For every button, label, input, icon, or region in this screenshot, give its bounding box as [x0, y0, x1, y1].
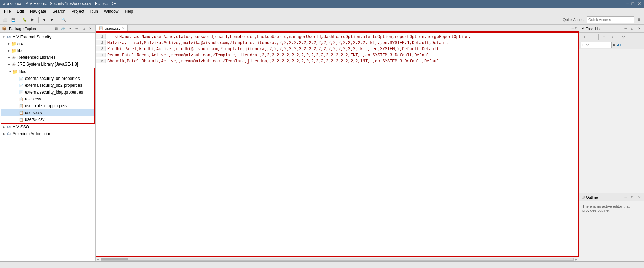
task-down[interactable]: ↓	[609, 33, 616, 41]
tree-file-urm[interactable]: 📋 user_role_mapping.csv	[1, 102, 94, 109]
pkg-min-btn[interactable]: ─	[74, 26, 80, 31]
toolbar-prev[interactable]: ◀	[40, 16, 48, 24]
line-content-3: Riddhi,Patel,Riddhi,Active,,riddhi@aivhu…	[107, 46, 439, 52]
code-line-2: 2 Malvika,Trisal,Malvika,Active,,malvika…	[96, 40, 578, 46]
maximize-button[interactable]: □	[632, 1, 634, 6]
package-explorer-header: 📦 Package Explorer ⊟ 🔗 ▾ ─ □ ✕	[0, 25, 95, 33]
task-filter[interactable]: ▽	[620, 33, 627, 41]
tree-jre[interactable]: ▶ ☕ JRE System Library [JavaSE-1.8]	[0, 61, 95, 68]
toolbar-sep-2	[38, 17, 39, 23]
code-editor[interactable]: 1 FirstName,lastName,userName,status,pas…	[96, 32, 579, 257]
task-up[interactable]: ↑	[600, 33, 608, 41]
hscroll-right[interactable]: ▶	[575, 258, 577, 261]
tree-arrow-lib[interactable]: ▶	[6, 49, 11, 52]
toolbar-save[interactable]: 💾	[10, 16, 17, 24]
file-label-ldap: externalsecurity_ldap.properties	[25, 90, 83, 95]
outline-icon: ⊞	[582, 195, 585, 199]
outline-max[interactable]: □	[630, 195, 635, 200]
quick-access-input[interactable]	[587, 16, 634, 23]
tab-ctrl-max[interactable]: □	[575, 26, 577, 30]
editor-area: 📋 users.csv ✕ ─ □ 1 FirstName,lastName,u…	[96, 25, 579, 261]
tree-arrow-jre[interactable]: ▶	[6, 62, 11, 66]
tree-arrow-selenium[interactable]: ▶	[1, 132, 6, 136]
toolbar-debug[interactable]: 🐛	[21, 16, 28, 24]
tree-arrow-aiv-sso[interactable]: ▶	[1, 125, 6, 129]
tree-reflib[interactable]: ▶ ☕ Referenced Libraries	[0, 54, 95, 61]
tree-folder-lib[interactable]: ▶ 📁 lib	[0, 47, 95, 54]
status-bar	[0, 261, 644, 268]
tree-file-extdb2[interactable]: 📄 externalsecurity_db2.properties	[1, 82, 94, 89]
menu-window[interactable]: Window	[101, 8, 121, 14]
tree-file-users2[interactable]: 📋 users2.csv	[1, 116, 94, 123]
pkg-close-btn[interactable]: ✕	[88, 26, 93, 31]
task-list-icon: ✔	[582, 26, 585, 31]
tree-folder-files[interactable]: ▾ 📁 files	[1, 68, 94, 75]
toolbar-search[interactable]: 🔍	[60, 16, 67, 24]
line-number-5: 5	[96, 59, 106, 63]
hscrollbar-track[interactable]	[101, 258, 574, 261]
tree-folder-src[interactable]: ▶ 📁 src	[0, 40, 95, 47]
menu-run[interactable]: Run	[88, 8, 101, 14]
task-list-content	[579, 49, 644, 193]
menu-project[interactable]: Project	[69, 8, 87, 14]
line-number-1: 1	[96, 34, 106, 39]
task-list-min[interactable]: ─	[623, 26, 628, 31]
window-controls: − □ ✕	[626, 1, 641, 6]
tab-close-users-csv[interactable]: ✕	[122, 26, 125, 30]
tree-file-roles[interactable]: 📋 roles.csv	[1, 96, 94, 102]
line-number-4: 4	[96, 53, 106, 57]
toolbar-run[interactable]: ▶	[29, 16, 37, 24]
pkg-max-btn[interactable]: □	[81, 26, 86, 31]
tree-file-users[interactable]: 📋 users.csv	[1, 109, 94, 116]
outline-panel: ⊞ Outline ─ □ ✕ There is no active edito…	[579, 193, 644, 261]
menu-edit[interactable]: Edit	[14, 8, 27, 14]
task-find-input[interactable]	[581, 42, 612, 48]
task-find-all[interactable]: All	[617, 43, 621, 47]
folder-label-files: files	[19, 69, 26, 74]
outline-content: There is no active editor that provides …	[579, 201, 644, 261]
minimize-button[interactable]: −	[626, 1, 629, 6]
task-list-max[interactable]: □	[630, 26, 635, 31]
close-button[interactable]: ✕	[637, 1, 641, 6]
tab-ctrl-min[interactable]: ─	[572, 26, 574, 30]
pkg-collapse-btn[interactable]: ⊟	[54, 26, 59, 31]
outline-close[interactable]: ✕	[636, 195, 642, 200]
hscroll-left[interactable]: ◀	[97, 258, 99, 261]
tree-project-aiv-sso[interactable]: ▶ 🗂 AIV SSO	[0, 124, 95, 130]
menu-help[interactable]: Help	[122, 8, 136, 14]
tree-file-extdb[interactable]: 📄 externalsecurity_db.properties	[1, 75, 94, 82]
tree-project-aiv-external[interactable]: ▾ 🗂 AIV External Security	[0, 33, 95, 40]
menu-navigate[interactable]: Navigate	[27, 8, 49, 14]
toolbar-new[interactable]: ⬜	[1, 16, 9, 24]
task-list-close[interactable]: ✕	[636, 26, 642, 31]
project-icon-sso: 🗂	[6, 124, 12, 130]
menu-search[interactable]: Search	[49, 8, 68, 14]
hscrollbar-thumb[interactable]	[101, 258, 128, 260]
toolbar-perspectives[interactable]: ⊞	[635, 16, 643, 24]
tree-file-ldap[interactable]: 📄 externalsecurity_ldap.properties	[1, 89, 94, 96]
task-new[interactable]: +	[581, 33, 588, 41]
outline-min[interactable]: ─	[623, 195, 628, 200]
task-delete[interactable]: −	[589, 33, 597, 41]
folder-label-src: src	[17, 41, 23, 46]
tab-label-users-csv: users.csv	[105, 26, 120, 30]
tree-arrow-src[interactable]: ▶	[6, 42, 11, 45]
tree-arrow-reflib[interactable]: ▶	[6, 56, 11, 59]
tree-arrow-files[interactable]: ▾	[8, 70, 12, 73]
editor-tab-users-csv[interactable]: 📋 users.csv ✕	[96, 25, 128, 31]
tree-arrow-aiv-external[interactable]: ▾	[1, 35, 6, 39]
outline-empty-message: There is no active editor that provides …	[582, 204, 641, 212]
pkg-link-btn[interactable]: 🔗	[60, 26, 66, 31]
toolbar-next[interactable]: ▶	[48, 16, 56, 24]
menu-file[interactable]: File	[1, 8, 13, 14]
properties-icon-extdb: 📄	[18, 76, 24, 81]
tab-csv-icon: 📋	[99, 26, 103, 30]
title-bar: workspace - AIV External Security/files/…	[0, 0, 644, 8]
project-label-sso: AIV SSO	[13, 125, 29, 129]
editor-hscrollbar[interactable]: ◀ ▶	[96, 257, 579, 261]
tree-project-selenium[interactable]: ▶ 🗂 Selenium Automation	[0, 130, 95, 137]
tree-container[interactable]: ▾ 🗂 AIV External Security ▶ 📁 src ▶ 📁 li…	[0, 33, 95, 261]
properties-icon-extdb2: 📄	[18, 83, 24, 88]
pkg-menu-btn[interactable]: ▾	[67, 26, 73, 31]
quick-access-container: Quick Access	[563, 16, 634, 23]
